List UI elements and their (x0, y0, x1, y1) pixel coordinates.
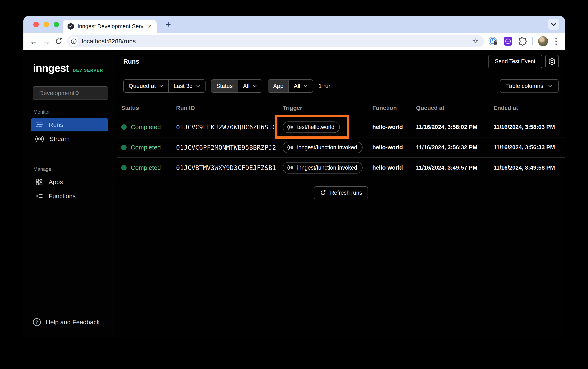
status-dot-icon (121, 124, 127, 130)
zoom-window-button[interactable] (54, 22, 59, 27)
browser-tab[interactable]: Inngest Development Server × (63, 20, 157, 33)
trigger-badge[interactable]: inngest/function.invoked (283, 142, 363, 153)
environment-select-value: Development (39, 90, 75, 97)
minimize-window-button[interactable] (43, 22, 49, 27)
table-columns-button[interactable]: Table columns (500, 79, 558, 93)
refresh-icon (320, 189, 326, 196)
ended-at: 11/16/2024, 3:58:03 PM (494, 124, 565, 130)
app-filter-label: App (268, 80, 289, 92)
sidebar-item-label: Runs (49, 121, 63, 128)
logo-row: inngest DEV SERVER (23, 50, 117, 74)
address-bar[interactable]: localhost:8288/runs ☆ (67, 35, 484, 47)
function-name: hello-world (372, 144, 416, 151)
time-range-value: Last 3d (174, 83, 193, 89)
help-icon: ? (33, 318, 41, 326)
help-and-feedback[interactable]: ? Help and Feedback (23, 318, 117, 338)
inngest-favicon-icon (67, 23, 74, 30)
stream-icon (35, 136, 44, 142)
chevron-down-icon (548, 84, 552, 87)
col-trigger: Trigger (283, 105, 372, 111)
dev-server-badge: DEV SERVER (73, 68, 103, 73)
environment-select[interactable]: Development (33, 86, 108, 100)
table-row[interactable]: Completed 01JCVC6PF2MQNMTWE95BBRZPJ2 inn (117, 137, 565, 158)
site-info-icon[interactable] (69, 37, 79, 46)
browser-menu-icon[interactable] (553, 38, 559, 45)
forward-icon[interactable]: → (40, 37, 52, 45)
bookmark-star-icon[interactable]: ☆ (472, 37, 479, 46)
status-value: Completed (131, 164, 161, 171)
col-status: Status (121, 105, 176, 111)
nav-section-label: Manage (23, 166, 117, 172)
time-field-dropdown[interactable]: Queued at (124, 80, 168, 92)
run-count: 1 run (319, 83, 332, 89)
sidebar: inngest DEV SERVER Development Monitor (23, 50, 117, 338)
main-panel: Runs Send Test Event (117, 50, 565, 338)
help-label: Help and Feedback (46, 319, 100, 326)
run-id: 01JCVC9EFKJ2W70WQHC6ZH6SJC (176, 123, 283, 131)
sidebar-item-apps[interactable]: Apps (31, 175, 108, 189)
profile-avatar[interactable] (538, 36, 548, 46)
tab-close-icon[interactable]: × (147, 23, 152, 30)
status-dot-icon (121, 145, 127, 150)
table-header-row: Status Run ID Trigger Function Queued at… (117, 99, 565, 117)
trigger-name: inngest/function.invoked (297, 144, 357, 151)
ended-at: 11/16/2024, 3:56:33 PM (494, 144, 565, 151)
table-row[interactable]: Completed 01JCVBTMV3WXY9D3CFDEJFZSB1 inn (117, 158, 565, 178)
refresh-runs-button[interactable]: Refresh runs (314, 186, 368, 199)
sidebar-item-functions[interactable]: Functions (31, 189, 108, 203)
status-value: Completed (131, 123, 161, 131)
functions-icon (35, 192, 43, 200)
extensions-puzzle-icon[interactable] (518, 37, 527, 46)
password-manager-extension-icon[interactable] (488, 36, 498, 46)
sidebar-item-label: Functions (49, 193, 76, 200)
back-icon[interactable]: ← (28, 37, 40, 45)
time-range-dropdown[interactable]: Last 3d (168, 80, 205, 92)
status-filter-label: Status (211, 80, 238, 92)
sidebar-item-label: Apps (49, 178, 63, 185)
url-text[interactable]: localhost:8288/runs (82, 38, 136, 45)
chevron-down-icon (196, 85, 200, 87)
toolbar-divider (532, 37, 533, 45)
web-extension-icon[interactable] (503, 37, 513, 46)
event-pulse-icon (287, 125, 294, 130)
status-value: Completed (131, 144, 161, 151)
table-row[interactable]: Completed 01JCVC9EFKJ2W70WQHC6ZH6SJC (117, 117, 565, 137)
app-filter-value: All (294, 83, 300, 89)
time-field-label: Queued at (129, 83, 156, 89)
sidebar-item-stream[interactable]: Stream (31, 132, 108, 145)
settings-gear-button[interactable] (545, 55, 558, 68)
sidebar-item-label: Stream (50, 135, 70, 143)
chevron-down-icon (253, 85, 257, 87)
close-window-button[interactable] (33, 22, 39, 27)
trigger-name: test/hello.world (297, 124, 334, 130)
queued-at: 11/16/2024, 3:56:32 PM (416, 144, 494, 151)
inngest-logo: inngest (33, 62, 69, 74)
trigger-name: inngest/function.invoked (297, 164, 357, 171)
select-updown-chevron-icon (75, 90, 103, 96)
trigger-badge[interactable]: inngest/function.invoked (283, 162, 363, 174)
col-queued-at: Queued at (416, 105, 494, 111)
apps-icon (35, 178, 43, 186)
reload-icon[interactable] (52, 37, 65, 45)
send-test-event-button[interactable]: Send Test Event (488, 55, 542, 68)
tab-strip: Inngest Development Server × + (23, 16, 565, 33)
queued-at: 11/16/2024, 3:49:57 PM (416, 164, 494, 171)
event-pulse-icon (287, 145, 294, 150)
sidebar-item-runs[interactable]: Runs (31, 118, 108, 132)
run-id: 01JCVC6PF2MQNMTWE95BBRZPJ2 (176, 144, 283, 151)
chevron-down-icon (159, 85, 163, 87)
new-tab-button[interactable]: + (163, 19, 174, 30)
app-content: inngest DEV SERVER Development Monitor (23, 50, 565, 338)
trigger-badge[interactable]: test/hello.world (283, 122, 340, 133)
app-filter-group: App All (268, 79, 313, 93)
tab-search-chevron-icon[interactable] (548, 19, 559, 30)
app-filter-dropdown[interactable]: All (289, 80, 313, 92)
function-name: hello-world (372, 124, 416, 130)
queued-at: 11/16/2024, 3:58:02 PM (416, 124, 494, 130)
event-pulse-icon (287, 165, 294, 170)
status-filter-dropdown[interactable]: All (238, 80, 262, 92)
page-title: Runs (123, 58, 140, 65)
refresh-label: Refresh runs (330, 190, 362, 196)
status-filter-value: All (243, 83, 249, 89)
status-filter-group: Status All (211, 79, 262, 93)
